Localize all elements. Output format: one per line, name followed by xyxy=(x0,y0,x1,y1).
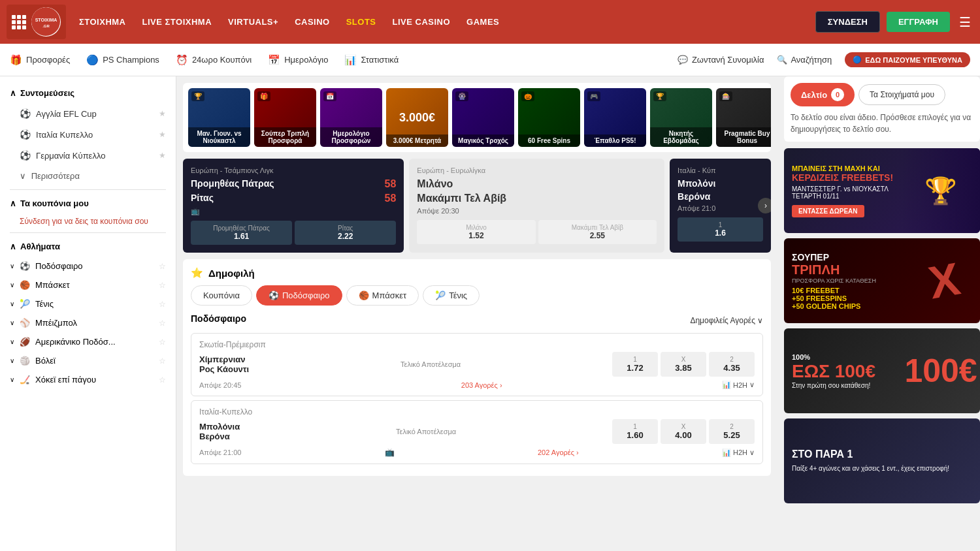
match-odds-row: Μιλάνο 1.52 Μακάμπι Τελ Αβίβ 2.55 xyxy=(417,220,657,244)
odd-1[interactable]: Μιλάνο 1.52 xyxy=(417,220,535,244)
promo-card-pragmatic[interactable]: 🎰 Pragmatic Buy Bonus xyxy=(716,88,771,147)
live-match-1[interactable]: Ευρώπη - Τσάμπιονς Λιγκ Προμηθέας Πάτρας… xyxy=(183,159,404,253)
promo-card-free-spins[interactable]: 🎃 60 Free Spins xyxy=(518,88,580,147)
chevron-down-icon: ∨ xyxy=(10,376,14,383)
coupons-header[interactable]: ∧ Τα κουπόνια μου xyxy=(0,193,176,213)
nav-live-stoixima[interactable]: LIVE ΣΤΟΙΧΗΜΑ xyxy=(142,17,212,27)
tab-basket[interactable]: 🏀 Μπάσκετ xyxy=(346,285,419,306)
banner-cta-button[interactable]: ΕΝΤΑΣΣΕ ΔΩΡΕΑΝ xyxy=(792,205,864,217)
banner-ps-champions[interactable]: ΜΠΑΙΝΕΙΣ ΣΤΗ ΜΑΧΗ ΚΑΙ ΚΕΡΔΙΖΕΙΣ FREEBETS… xyxy=(784,148,980,233)
american-football-icon: 🏈 xyxy=(20,337,30,347)
sidebar-item-england-efl[interactable]: ⚽ Αγγλία EFL Cup ★ xyxy=(0,103,176,124)
agores-link[interactable]: 203 Αγορές › xyxy=(461,381,502,389)
sport-baseball[interactable]: ∨ ⚾ Μπέιζμπολ ☆ xyxy=(0,313,176,332)
nav-slots[interactable]: SLOTS xyxy=(346,17,376,27)
chevron-down-icon: ∨ xyxy=(10,300,14,307)
star-icon: ☆ xyxy=(159,300,166,309)
prosfores-nav[interactable]: 🎁 Προσφορές xyxy=(10,54,70,66)
tab-couponia[interactable]: Κουπόνια xyxy=(191,285,252,306)
odd-2[interactable]: 2 5.25 xyxy=(709,419,755,444)
deltio-count: 0 xyxy=(831,88,844,101)
banner-line2: Παίξε 4+ αγώνες και αν χάσεις 1 εντ., έχ… xyxy=(792,464,949,473)
odd-1[interactable]: 1 1.60 xyxy=(612,419,658,444)
live-next-button[interactable]: › xyxy=(758,198,771,213)
sport-volleyball[interactable]: ∨ 🏐 Βόλεϊ ☆ xyxy=(0,351,176,370)
sports-header[interactable]: ∧ Αθλήματα xyxy=(0,236,176,257)
trophy-icon: 🏆 xyxy=(653,91,666,101)
tab-tennis[interactable]: 🎾 Τένις xyxy=(423,285,480,306)
team2-name: Βερόνα xyxy=(678,191,710,202)
banner-super-triple[interactable]: ΣΟΥΠΕΡ ΤΡΙΠΛΗ ΠΡΟΣΦΟΡΑ ΧΩΡΙΣ ΚΑΤΑΘΕΣΗ 10… xyxy=(784,238,980,323)
nav-casino[interactable]: CASINO xyxy=(295,17,330,27)
odd-2[interactable]: 2 4.35 xyxy=(709,352,755,377)
register-button[interactable]: ΕΓΓΡΑΦΗ xyxy=(887,12,950,32)
sport-basketball[interactable]: ∨ 🏀 Μπάσκετ ☆ xyxy=(0,276,176,294)
sport-american-football[interactable]: ∨ 🏈 Αμερικάνικο Ποδόσ... ☆ xyxy=(0,332,176,351)
24wro-nav[interactable]: ⏰ 24ωρο Κουπόνι xyxy=(176,54,252,66)
agores-label: 202 Αγορές xyxy=(538,449,574,456)
odd-2[interactable]: Ρίτας 2.22 xyxy=(295,221,396,245)
sidebar-item-italy-cup[interactable]: ⚽ Ιταλία Κυπελλο ★ xyxy=(0,124,176,145)
h2h-button[interactable]: 📊 H2H ∨ xyxy=(722,381,755,389)
live-match-2[interactable]: Ευρώπη - Ευρωλίγκα Μιλάνο Μακάμπι Τελ Αβ… xyxy=(409,159,664,253)
banner-para1[interactable]: ΣΤΟ ΠΑΡΑ 1 Παίξε 4+ αγώνες και αν χάσεις… xyxy=(784,418,980,503)
statistika-nav[interactable]: 📊 Στατιστικά xyxy=(344,54,399,66)
h2h-button[interactable]: 📊 H2H ∨ xyxy=(722,449,755,457)
live-chat-button[interactable]: 💬 Ζωντανή Συνομιλία xyxy=(678,55,764,65)
banner-100-bonus[interactable]: 100% ΕΩΣ 100€ Στην πρώτη σου κατάθεση! 1… xyxy=(784,328,980,413)
odd-1[interactable]: 1 1.6 xyxy=(678,217,763,242)
nav-virtuals[interactable]: VIRTUALS+ xyxy=(228,17,278,27)
second-navigation: 🎁 Προσφορές 🔵 PS Champions ⏰ 24ωρο Κουπό… xyxy=(0,44,980,76)
tab-football[interactable]: ⚽ Ποδόσφαιρο xyxy=(256,285,342,306)
menu-icon[interactable]: ☰ xyxy=(956,12,973,33)
match-row: Ιταλία-Κυπελλο Μπολόνια Βερόνα Τελικό Απ… xyxy=(191,400,763,464)
responsible-gaming-badge[interactable]: 🔵 ΕΔΩ ΠΑΙΖΟΥΜΕ ΥΠΕΥΘΥΝΑ xyxy=(845,52,970,67)
wheel-icon: 🎡 xyxy=(455,91,468,101)
odd-1[interactable]: Προμηθέας Πάτρας 1.61 xyxy=(191,221,292,245)
search-button[interactable]: 🔍 Αναζήτηση xyxy=(777,55,832,65)
basketball-icon: 🏀 xyxy=(20,280,30,290)
deltio-button[interactable]: Δελτίο 0 xyxy=(791,83,855,106)
team1-name: Μπολόνι xyxy=(678,178,715,189)
promo-card-magic-wheel[interactable]: 🎡 Μαγικός Τροχός xyxy=(452,88,514,147)
match-time: Απόψε 20:30 xyxy=(417,207,657,215)
nav-stoixima[interactable]: ΣΤΟΙΧΗΜΑ xyxy=(79,17,126,27)
sidebar-item-germany-cup[interactable]: ⚽ Γερμανία Κύπελλο ★ xyxy=(0,145,176,166)
logo-area[interactable]: STOIXIMA .GR xyxy=(7,5,66,39)
basketball-tab-icon: 🏀 xyxy=(359,291,369,300)
more-shortcuts[interactable]: ∨ Περισσότερα xyxy=(0,166,176,186)
sport-football[interactable]: ∨ ⚽ Ποδόσφαιρο ☆ xyxy=(0,257,176,276)
popular-header: ⭐ Δημοφιλή xyxy=(191,267,763,279)
coupons-link[interactable]: Σύνδεση για να δεις τα κουπόνια σου xyxy=(0,213,176,229)
imerologio-nav[interactable]: 📅 Ημερολόγιο xyxy=(268,54,328,66)
banner-line3: Στην πρώτη σου κατάθεση! xyxy=(792,382,870,389)
dimofilis-link[interactable]: Δημοφιλείς Αγορές ∨ xyxy=(690,316,763,325)
promo-card-ps5[interactable]: 🎮 Έπαθλο PS5! xyxy=(584,88,646,147)
league-label: Ευρώπη - Ευρωλίγκα xyxy=(417,166,657,174)
live-match-3[interactable]: Ιταλία - Κύπ Μπολόνι Βερόνα Απόψε 21:0 1… xyxy=(670,159,771,253)
calendar-icon: 📅 xyxy=(268,54,280,66)
sport-ice-hockey[interactable]: ∨ 🏒 Χόκεϊ επί πάγου ☆ xyxy=(0,370,176,389)
sport-tennis[interactable]: ∨ 🎾 Τένις ☆ xyxy=(0,294,176,313)
ta-stoiximata-button[interactable]: Τα Στοιχήματά μου xyxy=(858,84,945,105)
promo-card-ps-champions[interactable]: 🏆 Μαν. Γιουν. vs Νιούκαστλ xyxy=(188,88,250,147)
login-button[interactable]: ΣΥΝΔΕΣΗ xyxy=(815,11,880,33)
agores-link[interactable]: 202 Αγορές › xyxy=(538,449,579,456)
odd-2[interactable]: Μακάμπι Τελ Αβίβ 2.55 xyxy=(538,220,657,244)
football-icon: ⚽ xyxy=(20,150,31,161)
promo-card-super-triple[interactable]: 🎁 Σούπερ Τριπλή Προσφορά xyxy=(254,88,316,147)
odd-1[interactable]: 1 1.72 xyxy=(612,352,658,377)
nav-live-casino[interactable]: LIVE CASINO xyxy=(393,17,451,27)
main-layout: ∧ Συντομεύσεις ⚽ Αγγλία EFL Cup ★ ⚽ Ιταλ… xyxy=(0,76,980,551)
team2-name: Μακάμπι Τελ Αβίβ xyxy=(417,193,506,204)
promo-card-calendar[interactable]: 📅 Ημερολόγιο Προσφορών xyxy=(320,88,382,147)
match-team-2: Μακάμπι Τελ Αβίβ xyxy=(417,193,657,204)
odd-x[interactable]: Χ 4.00 xyxy=(661,419,706,444)
promo-card-3000[interactable]: 3.000€ 3.000€ Μετρητά xyxy=(386,88,448,147)
odd-x[interactable]: Χ 3.85 xyxy=(661,352,706,377)
promo-card-week-winner[interactable]: 🏆 Νικητής Εβδομάδας xyxy=(650,88,712,147)
clock-icon: ⏰ xyxy=(176,54,188,66)
nav-games[interactable]: GAMES xyxy=(466,17,499,27)
shortcuts-header[interactable]: ∧ Συντομεύσεις xyxy=(0,83,176,103)
ps-champions-nav[interactable]: 🔵 PS Champions xyxy=(86,54,159,66)
